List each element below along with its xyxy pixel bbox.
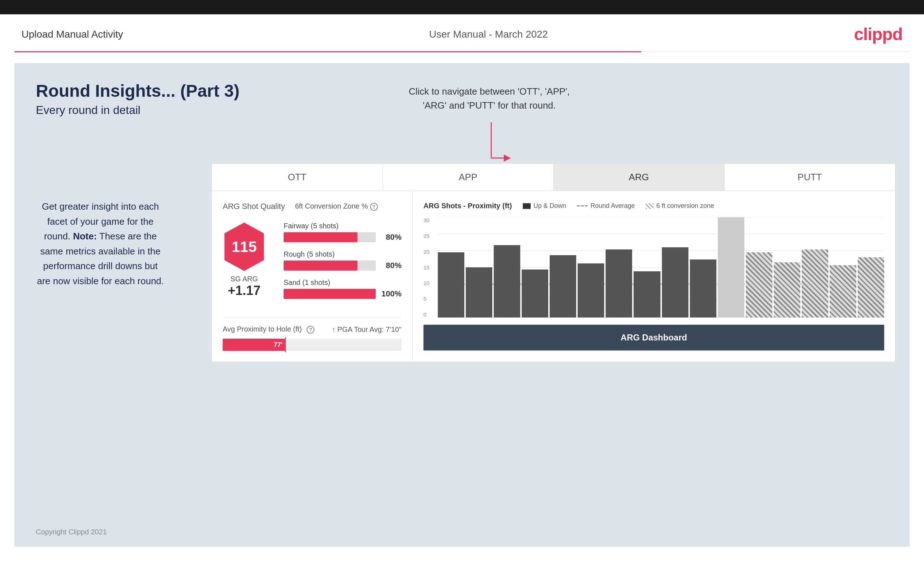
rough-pct: 80% — [380, 261, 402, 270]
legend-round-avg: Round Average — [577, 202, 635, 210]
main-card: OTT APP ARG PUTT ARG Shot Quality 6ft Co… — [212, 163, 895, 362]
sand-label: Sand (1 shots) — [284, 279, 402, 287]
proximity-header: Avg Proximity to Hole (ft) ? ↑ PGA Tour … — [223, 325, 402, 334]
nav-hint: Click to navigate between 'OTT', 'APP', … — [409, 85, 570, 113]
bar-9 — [662, 247, 688, 318]
chart-bars-area: 8 — [438, 217, 884, 318]
chart-title: ARG Shots - Proximity (ft) — [423, 202, 512, 210]
rough-bar-container — [284, 261, 376, 271]
bar-13 — [774, 262, 800, 318]
clippd-logo: clippd — [854, 24, 903, 44]
proximity-bar-label: 77' — [274, 341, 282, 349]
hexagon-value: 115 — [232, 239, 257, 256]
left-panel: ARG Shot Quality 6ft Conversion Zone % ? — [212, 191, 413, 362]
fairway-pct: 80% — [380, 232, 402, 242]
bar-6 — [578, 263, 604, 318]
rough-bar-fill — [284, 261, 357, 271]
sand-pct: 100% — [380, 289, 402, 298]
legend-up-down: Up & Down — [523, 202, 566, 210]
arg-shot-quality-label: ARG Shot Quality — [223, 202, 285, 211]
bar-14 — [802, 250, 828, 318]
rough-bar-row: 80% — [284, 261, 402, 271]
bar-3 — [494, 245, 520, 318]
footer: Copyright Clippd 2021 — [36, 528, 107, 536]
top-bar — [0, 0, 924, 15]
help-icon[interactable]: ? — [370, 203, 378, 211]
pga-tour-avg: ↑ PGA Tour Avg: 7'10" — [332, 326, 402, 334]
tab-putt[interactable]: PUTT — [725, 164, 895, 191]
card-body: ARG Shot Quality 6ft Conversion Zone % ? — [212, 191, 895, 362]
svg-marker-2 — [504, 155, 511, 162]
left-description: Get greater insight into each facet of y… — [36, 199, 165, 289]
note-label: Note: — [73, 231, 97, 242]
bar-5 — [550, 255, 576, 318]
hexagon-badge: 115 — [223, 222, 266, 272]
rough-row: Rough (5 shots) 80% — [284, 250, 402, 271]
fairway-label: Fairway (5 shots) — [284, 222, 402, 230]
tab-arg[interactable]: ARG — [554, 164, 725, 191]
sg-value: +1.17 — [228, 283, 260, 298]
legend-dashes — [577, 205, 588, 206]
shot-quality-section: Fairway (5 shots) 80% Rough (5 shots) — [273, 222, 402, 307]
panel-header: ARG Shot Quality 6ft Conversion Zone % ? — [223, 202, 402, 211]
bars-container — [438, 217, 884, 318]
proximity-section: Avg Proximity to Hole (ft) ? ↑ PGA Tour … — [223, 318, 402, 351]
bar-10 — [690, 259, 716, 318]
tab-app[interactable]: APP — [383, 164, 554, 191]
header: Upload Manual Activity User Manual - Mar… — [0, 15, 924, 51]
hexagon-section: 115 SG ARG +1.17 — [223, 222, 266, 298]
main-content: Round Insights... (Part 3) Every round i… — [15, 63, 909, 547]
proximity-bar-fill: 77' — [223, 338, 286, 351]
header-divider — [15, 51, 909, 52]
legend-box-up-down — [523, 203, 531, 209]
upload-manual-activity-label: Upload Manual Activity — [21, 29, 123, 40]
user-manual-label: User Manual - March 2022 — [429, 29, 548, 40]
rough-label: Rough (5 shots) — [284, 250, 402, 258]
fairway-bar-container — [284, 232, 376, 242]
proximity-cursor — [285, 337, 286, 352]
bar-7 — [606, 250, 632, 318]
fairway-bar-row: 80% — [284, 232, 402, 242]
chart-header: ARG Shots - Proximity (ft) Up & Down Rou… — [423, 202, 884, 210]
bar-11 — [718, 217, 745, 318]
bar-12 — [746, 252, 772, 318]
legend-conv-zone: 6 ft conversion zone — [646, 202, 714, 210]
fairway-bar-fill — [284, 232, 357, 242]
copyright-text: Copyright Clippd 2021 — [36, 528, 107, 536]
bar-16 — [858, 257, 884, 318]
bar-1 — [438, 252, 464, 318]
bar-4 — [522, 269, 548, 318]
tab-ott[interactable]: OTT — [212, 164, 383, 191]
bar-2 — [466, 268, 492, 318]
sand-bar-fill — [284, 289, 376, 299]
bar-8 — [633, 271, 660, 318]
bar-15 — [830, 265, 856, 318]
tabs-container: OTT APP ARG PUTT — [212, 164, 895, 191]
right-panel: ARG Shots - Proximity (ft) Up & Down Rou… — [413, 191, 895, 362]
fairway-row: Fairway (5 shots) 80% — [284, 222, 402, 242]
sg-label: SG ARG — [231, 275, 258, 283]
sand-bar-row: 100% — [284, 289, 402, 299]
legend-hatch — [646, 203, 654, 209]
conversion-zone-label: 6ft Conversion Zone % ? — [295, 202, 378, 211]
proximity-bar-container: 77' — [223, 338, 402, 351]
proximity-label: Avg Proximity to Hole (ft) ? — [223, 325, 315, 334]
arg-dashboard-button[interactable]: ARG Dashboard — [423, 325, 884, 350]
y-axis: 0 5 10 15 20 25 30 — [423, 217, 436, 318]
sand-bar-container — [284, 289, 376, 299]
sand-row: Sand (1 shots) 100% — [284, 279, 402, 299]
proximity-help-icon[interactable]: ? — [307, 326, 315, 334]
